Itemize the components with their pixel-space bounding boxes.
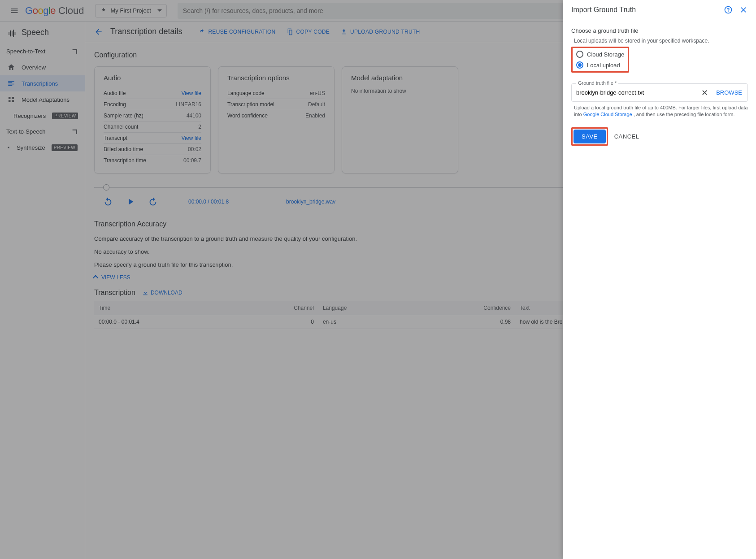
kv-key: Sample rate (hz)	[104, 113, 143, 119]
sidebar-item-recognizers[interactable]: Recognizers PREVIEW	[0, 108, 85, 124]
kv-value: Default	[308, 101, 325, 108]
player-file[interactable]: brooklyn_bridge.wav	[286, 199, 335, 205]
radio-local-upload[interactable]: Local upload	[574, 60, 627, 70]
kv-key: Encoding	[104, 101, 126, 108]
nav-group-tts-label: Text-to-Speech	[6, 128, 45, 135]
chevron-up-icon	[72, 48, 80, 56]
play-icon[interactable]	[126, 197, 135, 207]
clear-icon[interactable]: ✕	[699, 88, 711, 98]
drawer-title: Import Ground Truth	[571, 6, 636, 14]
track-knob[interactable]	[103, 184, 109, 191]
nav-group-tts[interactable]: Text-to-Speech	[0, 124, 85, 139]
radio-cloud-storage[interactable]: Cloud Storage	[574, 49, 627, 60]
radio-icon	[576, 61, 583, 69]
sidebar-item-transcriptions[interactable]: Transcriptions	[0, 75, 85, 91]
sidebar-item-adaptations[interactable]: Model Adaptations	[0, 91, 85, 108]
action-label: COPY CODE	[296, 29, 330, 35]
download-label: DOWNLOAD	[151, 290, 182, 296]
radio-label: Cloud Storage	[587, 51, 624, 58]
kv-value: en-US	[310, 90, 325, 96]
project-name: My First Project	[111, 7, 151, 14]
preview-badge: PREVIEW	[52, 144, 78, 151]
sidebar-item-label: Synthesize	[17, 144, 45, 151]
card-adaptation: Model adaptation No information to show	[342, 66, 458, 173]
kv-link[interactable]: View file	[182, 90, 201, 96]
copy-code-button[interactable]: COPY CODE	[287, 28, 330, 35]
kv-row: Transcription modelDefault	[227, 99, 325, 110]
help-icon[interactable]: ?	[724, 5, 733, 14]
card-audio: Audio Audio fileView fileEncodingLINEAR1…	[94, 66, 211, 173]
kv-value: 00:02	[188, 146, 201, 152]
kv-row: Transcription time00:09.7	[104, 155, 201, 166]
kv-key: Audio file	[104, 90, 126, 96]
kv-value: 2	[198, 124, 201, 130]
upload-ground-truth-button[interactable]: UPLOAD GROUND TRUTH	[340, 28, 420, 35]
kv-row: Audio fileView file	[104, 88, 201, 99]
radio-group-highlight: Cloud Storage Local upload	[571, 47, 629, 73]
sidebar: Speech Speech-to-Text Overview Transcrip…	[0, 22, 85, 559]
choose-label: Choose a ground truth file	[571, 27, 748, 34]
player-time: 00:00.0 / 00:01.8	[188, 199, 229, 205]
accuracy-prompt: Please specify a ground truth file for t…	[94, 261, 363, 268]
google-cloud-logo[interactable]: Google Cloud	[25, 5, 84, 17]
kv-key: Language code	[227, 90, 265, 96]
kv-row: TranscriptView file	[104, 133, 201, 144]
ground-truth-file-field: Ground truth file * ✕ BROWSE	[571, 83, 748, 102]
download-button[interactable]: DOWNLOAD	[142, 289, 182, 296]
card-title: Model adaptation	[351, 74, 449, 82]
project-picker[interactable]: My First Project	[95, 4, 167, 17]
browse-button[interactable]: BROWSE	[711, 89, 747, 96]
kv-value: Enabled	[305, 113, 325, 119]
chevron-up-icon	[94, 274, 99, 281]
transcription-heading: Transcription	[94, 289, 135, 297]
action-label: REUSE CONFIGURATION	[208, 29, 275, 35]
kv-value: 44100	[187, 113, 201, 119]
sidebar-item-label: Overview	[22, 64, 46, 71]
replay-icon[interactable]	[103, 197, 113, 207]
sidebar-item-label: Transcriptions	[22, 80, 58, 87]
kv-key: Billed audio time	[104, 146, 143, 152]
close-icon[interactable]	[739, 5, 748, 14]
col-lang: Language	[318, 301, 412, 315]
accuracy-desc: Compare accuracy of the transcription to…	[94, 235, 363, 242]
reuse-config-button[interactable]: REUSE CONFIGURATION	[198, 28, 275, 35]
forward-icon[interactable]	[148, 197, 158, 207]
kv-link[interactable]: View file	[182, 135, 201, 141]
ground-truth-input[interactable]	[572, 84, 699, 101]
back-arrow-icon[interactable]	[94, 27, 103, 36]
card-options: Transcription options Language codeen-US…	[218, 66, 335, 173]
nav-group-stt[interactable]: Speech-to-Text	[0, 43, 85, 59]
cell-lang: en-us	[318, 315, 412, 329]
cancel-button[interactable]: CANCEL	[614, 133, 639, 140]
sidebar-item-synthesize[interactable]: Synthesize PREVIEW	[0, 139, 85, 156]
kv-row: Language codeen-US	[227, 88, 325, 99]
action-label: UPLOAD GROUND TRUTH	[350, 29, 420, 35]
import-drawer: Import Ground Truth ? Choose a ground tr…	[563, 0, 756, 559]
col-channel: Channel	[236, 301, 318, 315]
cell-time: 00:00.0 - 00:01.4	[94, 315, 236, 329]
svg-text:?: ?	[727, 7, 730, 13]
kv-value: LINEAR16	[176, 101, 201, 108]
card-empty-text: No information to show	[351, 88, 449, 94]
menu-icon[interactable]	[4, 0, 25, 22]
kv-key: Word confidence	[227, 113, 268, 119]
field-help: Upload a local ground truth file of up t…	[571, 104, 748, 118]
card-title: Audio	[104, 74, 201, 82]
nav-group-stt-label: Speech-to-Text	[6, 48, 45, 55]
chevron-down-icon	[155, 7, 162, 14]
kv-row: Billed audio time00:02	[104, 144, 201, 155]
accuracy-empty: No accuracy to show.	[94, 248, 363, 255]
gcs-link[interactable]: Google Cloud Storage	[583, 112, 634, 117]
logo-cloud: Cloud	[58, 5, 84, 17]
radio-label: Local upload	[587, 62, 620, 69]
chevron-up-icon	[72, 128, 80, 136]
sidebar-product-header[interactable]: Speech	[0, 22, 85, 43]
col-time: Time	[94, 301, 236, 315]
cell-conf: 0.98	[412, 315, 515, 329]
sidebar-item-overview[interactable]: Overview	[0, 59, 85, 75]
kv-key: Transcription time	[104, 157, 146, 164]
save-button[interactable]: SAVE	[574, 130, 606, 143]
kv-row: EncodingLINEAR16	[104, 99, 201, 110]
field-legend: Ground truth file *	[576, 80, 618, 86]
kv-row: Word confidenceEnabled	[227, 110, 325, 121]
